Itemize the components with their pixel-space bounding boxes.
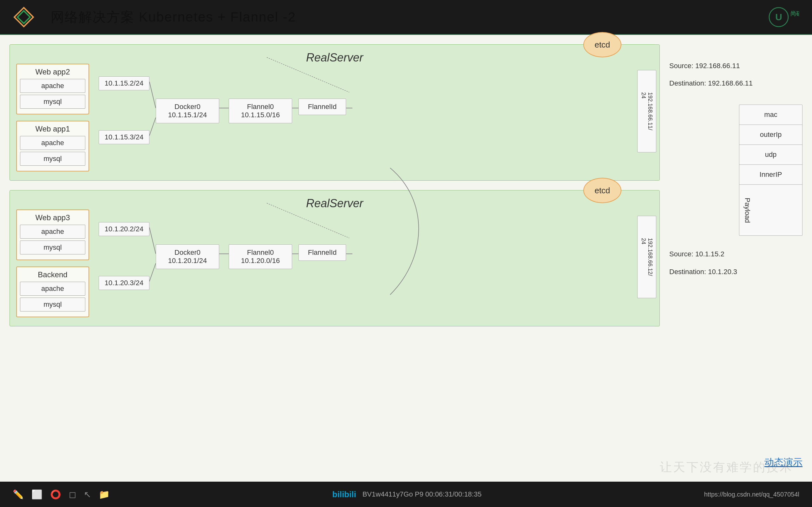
bottom-webapp3-box: Web app3 apache mysql	[16, 210, 89, 260]
backend-title: Backend	[20, 270, 85, 279]
bottom-ip2: 10.1.20.3/24	[99, 276, 149, 290]
bottom-realserver-title: RealServer	[306, 197, 363, 210]
top-docker0-box: Docker0 10.1.15.1/24	[156, 99, 219, 123]
cursor-icon[interactable]: ↖	[84, 489, 91, 500]
url-text: https://blog.csdn.net/qq_4507054l	[704, 491, 799, 498]
bottom-backend-box: Backend apache mysql	[16, 267, 89, 317]
svg-line-12	[149, 263, 156, 281]
svg-text:尚硅谷: 尚硅谷	[791, 10, 799, 17]
bottom-etcd-bubble: etcd	[583, 178, 621, 203]
header-title: 网络解决方案 Kubernetes + Flannel -2	[44, 6, 302, 29]
webapp2-title: Web app2	[20, 67, 85, 76]
pencil-icon[interactable]: ✏️	[13, 489, 24, 500]
header: 网络解决方案 Kubernetes + Flannel -2 U 尚硅谷	[0, 0, 812, 35]
packet-row-udp: udp	[740, 145, 802, 165]
backend-mysql: mysql	[20, 297, 85, 312]
header-brand: U 尚硅谷	[768, 6, 799, 28]
bottom-ip1: 10.1.20.2/24	[99, 222, 149, 236]
webapp2-apache: apache	[20, 79, 85, 93]
svg-line-6	[149, 118, 156, 135]
square-icon[interactable]: ⬜	[32, 489, 43, 500]
top-flannel0-box: Flannel0 10.1.15.0/16	[229, 99, 292, 123]
dest-1-text: Destination: 192.168.66.11	[669, 78, 803, 89]
webapp2-mysql: mysql	[20, 95, 85, 109]
webapp1-mysql: mysql	[20, 152, 85, 166]
bottom-realserver-section: etcd RealServer Web app3 apache mysql Ba…	[9, 190, 660, 326]
video-info: BV1w4411y7Go P9 00:06:31/00:18:35	[362, 490, 482, 498]
bottom-toolbar: ✏️ ⬜ ⭕ ◻ ↖ 📁 bilibili BV1w4411y7Go P9 00…	[0, 482, 812, 507]
source-1-text: Source: 192.168.66.11	[669, 60, 803, 71]
top-ip2: 10.1.15.3/24	[99, 130, 149, 144]
webapp1-apache: apache	[20, 136, 85, 150]
webapp3-title: Web app3	[20, 213, 85, 222]
brand-logo-icon: U 尚硅谷	[768, 6, 799, 28]
right-panel: Source: 192.168.66.11 Destination: 192.1…	[669, 44, 803, 475]
bilibili-logo: bilibili	[333, 490, 356, 499]
header-left: 网络解决方案 Kubernetes + Flannel -2	[13, 6, 302, 29]
svg-line-5	[149, 82, 156, 108]
top-ip1: 10.1.15.2/24	[99, 76, 149, 90]
packet-row-innerip: InnerIP	[740, 165, 802, 185]
packet-table: mac outerIp udp InnerIP Payload	[739, 105, 803, 236]
bottom-flanneld-box: FlannelId	[299, 244, 346, 261]
top-realserver-title: RealServer	[306, 51, 363, 64]
top-realserver-section: etcd RealServer Web app2 apache mysql We…	[9, 44, 660, 181]
packet-row-payload: Payload	[740, 185, 755, 235]
dest-2-text: Destination: 10.1.20.3	[669, 266, 803, 277]
bottom-docker0-box: Docker0 10.1.20.1/24	[156, 244, 219, 269]
watermark: 让天下没有难学的技术	[660, 459, 793, 475]
top-vertical-ip: 192.168.66.11/24	[637, 70, 656, 153]
svg-text:U: U	[775, 12, 782, 22]
logo-icon	[13, 6, 35, 28]
packet-row-outerip: outerIp	[740, 125, 802, 145]
webapp3-apache: apache	[20, 225, 85, 239]
webapp1-title: Web app1	[20, 124, 85, 133]
toolbar-icons: ✏️ ⬜ ⭕ ◻ ↖ 📁	[13, 489, 110, 500]
bottom-vertical-ip: 192.168.66.12/24	[637, 216, 656, 298]
top-flanneld-box: FlannelId	[299, 99, 346, 115]
main-content: etcd RealServer Web app2 apache mysql We…	[0, 35, 812, 482]
packet-row-mac: mac	[740, 105, 802, 125]
eraser-icon[interactable]: ◻	[69, 489, 76, 500]
top-webapp1-box: Web app1 apache mysql	[16, 121, 89, 171]
source-dest-1: Source: 192.168.66.11 Destination: 192.1…	[669, 60, 803, 95]
svg-line-11	[149, 228, 156, 254]
diagram-area: etcd RealServer Web app2 apache mysql We…	[9, 44, 660, 475]
top-webapp2-box: Web app2 apache mysql	[16, 64, 89, 114]
source-2-text: Source: 10.1.15.2	[669, 248, 803, 260]
bilibili-info: bilibili BV1w4411y7Go P9 00:06:31/00:18:…	[333, 490, 482, 499]
webapp3-mysql: mysql	[20, 240, 85, 255]
backend-apache: apache	[20, 282, 85, 296]
top-etcd-bubble: etcd	[583, 32, 621, 57]
circle-icon[interactable]: ⭕	[50, 489, 61, 500]
bottom-flannel0-box: Flannel0 10.1.20.0/16	[229, 244, 292, 269]
folder-icon[interactable]: 📁	[99, 489, 110, 500]
source-dest-2: Source: 10.1.15.2 Destination: 10.1.20.3	[669, 248, 803, 283]
